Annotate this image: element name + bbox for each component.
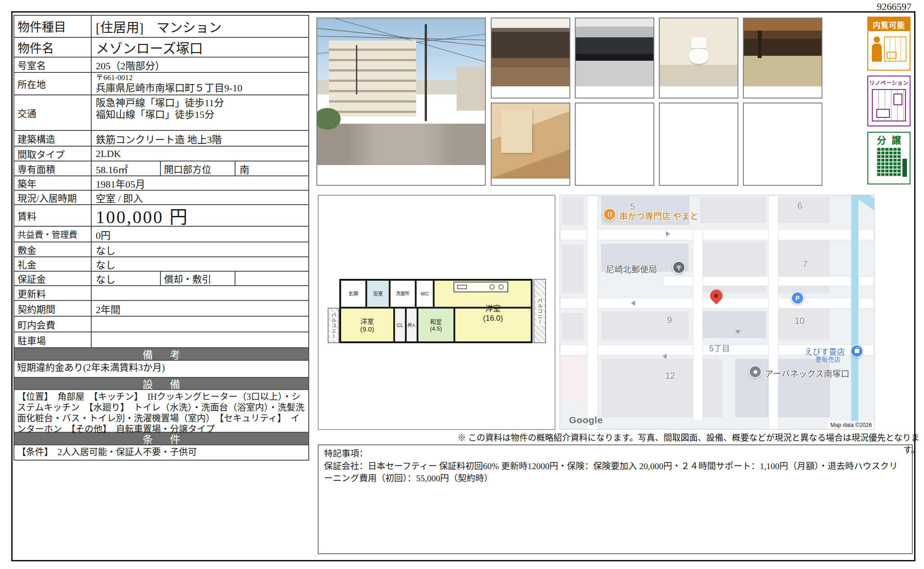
- room-size: (9.0): [360, 326, 374, 333]
- row-value: なし: [92, 242, 308, 256]
- postal-code: 〒661-0012: [96, 73, 133, 82]
- balcony-label: バルコニー: [536, 297, 543, 326]
- block-number: 12: [665, 371, 675, 381]
- row-value: 〒661-0012 兵庫県尼崎市南塚口町５丁目9-10: [92, 73, 308, 94]
- room-label: 和室: [430, 319, 442, 326]
- special-notes-body: 保証会社：日本セーフティー 保証料初回60% 更新時12000円・保険：保険要加…: [324, 460, 906, 485]
- row-label: 敷金: [14, 242, 92, 256]
- section-header-setsubi: 設 備: [14, 377, 308, 389]
- parking-icon: P: [791, 291, 804, 305]
- room-size: (4.5): [430, 326, 442, 332]
- badge-bunjo: 分譲: [867, 132, 911, 184]
- kitchen-counter-icon: [453, 282, 508, 292]
- biko-text: 短期違約金あり(2年未満賃料3か月): [14, 360, 308, 377]
- block-number: 10: [795, 316, 804, 326]
- transit-line-1: 阪急神戸線「塚口」徒歩11分: [96, 97, 224, 109]
- row-value-2: [235, 272, 308, 285]
- row-value: 2LDK: [92, 147, 308, 161]
- oshiire-label: 押入: [408, 323, 416, 327]
- balcony-label: バルコニー: [330, 311, 337, 340]
- table-row: 敷金 なし: [14, 242, 308, 256]
- restaurant-pin-icon: [603, 208, 616, 221]
- badge-preview-label: 内覧可能: [868, 18, 910, 31]
- closet-label: CL: [397, 323, 403, 328]
- row-label-2: 償却・敷引: [160, 272, 235, 285]
- entrance-label: 玄関: [348, 291, 358, 296]
- row-value: 鉄筋コンクリート造 地上3階: [92, 131, 308, 146]
- exterior-photo-image: [317, 18, 485, 165]
- room-sketch-icon: [884, 36, 906, 62]
- row-value: 0円: [92, 227, 308, 242]
- shop-pin-icon: [850, 345, 863, 358]
- row-value: 205（2階部分）: [92, 58, 308, 72]
- rent-value: 100,000 円: [92, 205, 308, 226]
- row-label: 契約期間: [14, 301, 92, 316]
- condo-building-icon: [876, 147, 902, 177]
- block-number: 7: [803, 259, 808, 269]
- block-number: 9: [667, 315, 672, 325]
- row-label: 更新料: [14, 286, 92, 300]
- room-tatami: 和室 (4.5): [418, 308, 454, 343]
- balcony-east: バルコニー: [533, 279, 546, 343]
- balcony-west: バルコニー: [328, 308, 339, 343]
- joken-text: 【条件】 2人入居可能・保証人不要・子供可: [14, 444, 308, 460]
- setsubi-text: 【位置】 角部屋 【キッチン】 IHクッキングヒーター（3口以上）・システムキッ…: [14, 389, 308, 432]
- row-value: 58.16㎡: [92, 161, 160, 175]
- photo-living-room: [491, 18, 570, 99]
- google-logo: Google: [569, 415, 603, 426]
- table-row: 築年 1981年05月: [14, 175, 308, 190]
- row-value: なし: [92, 257, 308, 271]
- row-label-2: 開口部方位: [160, 161, 235, 175]
- row-label: 築年: [14, 176, 92, 190]
- row-label: 賃料: [14, 205, 92, 226]
- table-row: 更新料: [14, 285, 308, 300]
- table-row: 物件種目 [住居用] マンション: [14, 16, 308, 37]
- poi-post-office-label: 尼崎北郵便局: [606, 263, 657, 275]
- row-value: [住居用] マンション: [92, 16, 308, 37]
- apartment-pin-icon: [749, 365, 762, 378]
- row-label: 物件名: [14, 38, 92, 57]
- photo-empty-slot: [575, 103, 654, 186]
- table-row: 契約期間 2年間: [14, 300, 308, 316]
- row-label: 現況/入居時期: [14, 191, 92, 204]
- block-number: 5: [630, 202, 635, 212]
- block-number: 6: [797, 201, 802, 211]
- badge-renovation: リノベーション: [867, 76, 911, 126]
- table-row: 礼金 なし: [14, 256, 308, 271]
- special-notes-title: 特記事項：: [324, 448, 906, 460]
- renovation-room-icon: [872, 89, 906, 121]
- room-wc: WC: [416, 280, 434, 308]
- table-row: 建築構造 鉄筋コンクリート造 地上3階: [14, 130, 308, 146]
- row-label: 間取タイプ: [14, 147, 92, 161]
- room-oshiire: 押入: [406, 308, 418, 343]
- row-value: 2年間: [92, 301, 308, 316]
- row-label: 町内会費: [14, 317, 92, 332]
- table-row: 間取タイプ 2LDK: [14, 146, 308, 161]
- map-attribution: Map data ©2026: [828, 421, 874, 429]
- table-row: 交通 阪急神戸線「塚口」徒歩11分 福知山線「塚口」徒歩15分: [14, 94, 308, 130]
- section-header-biko: 備 考: [14, 347, 308, 360]
- poi-tatami-shop-sub: 畳販売店: [815, 354, 840, 363]
- table-row: 駐車場: [14, 332, 308, 347]
- location-map: 串かつ専門店 やまと 尼崎北郵便局 〒 P 5 6 7 9 10 12 5丁目 …: [560, 195, 875, 430]
- row-value: メゾンローズ塚口: [92, 38, 308, 57]
- room-west-bedroom: 洋室 (9.0): [340, 308, 394, 343]
- table-row: 専有面積 58.16㎡ 開口部方位 南: [14, 161, 308, 175]
- photo-tatami-room: [743, 18, 822, 99]
- table-row: 保証金 なし 償却・敷引: [14, 271, 308, 285]
- badge-renovation-label: リノベーション: [868, 76, 910, 88]
- bath-label: 浴室: [373, 291, 383, 296]
- room-closet: CL: [394, 308, 406, 343]
- row-label: 物件種目: [14, 16, 92, 37]
- row-label: 礼金: [14, 257, 92, 271]
- room-bath: 浴室: [366, 280, 390, 308]
- row-value: なし: [92, 272, 160, 285]
- badge-preview-available: 内覧可能: [867, 17, 911, 71]
- row-value: [92, 332, 308, 347]
- post-office-pin-icon: 〒: [672, 261, 685, 274]
- row-label: 所在地: [14, 73, 92, 94]
- row-label: 駐車場: [14, 332, 92, 347]
- row-label: 号室名: [14, 58, 92, 72]
- row-value: [92, 286, 308, 300]
- room-label: 洋室: [360, 318, 374, 326]
